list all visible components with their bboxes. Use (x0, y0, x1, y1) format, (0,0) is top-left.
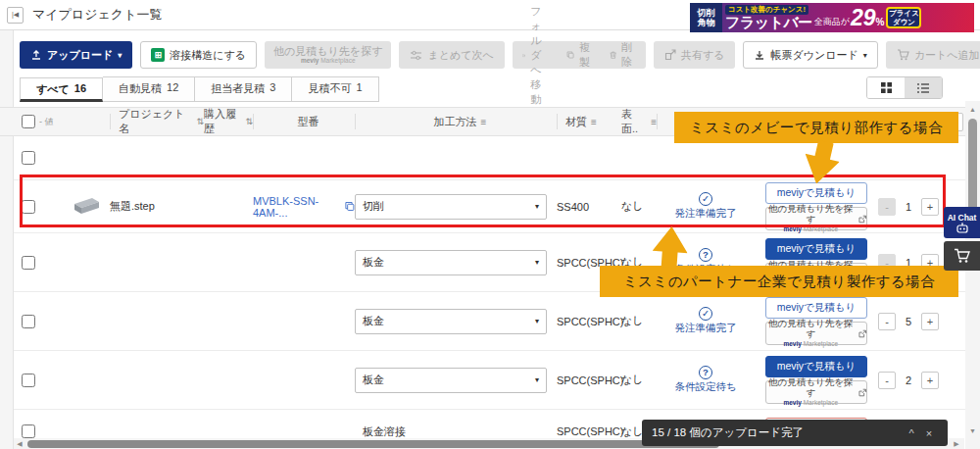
chevron-down-icon: ▾ (535, 202, 539, 211)
duplicate-button[interactable]: 複製 (566, 40, 594, 70)
tab-all[interactable]: すべて 16 (20, 77, 103, 102)
row-checkbox[interactable] (22, 315, 35, 328)
marketplace-brand: meviy Marketplace (783, 340, 838, 347)
horizontal-scroll-thumb[interactable] (27, 440, 719, 448)
sort-icon[interactable]: ⇅ (196, 117, 204, 126)
method-select[interactable]: 板金 ▾ (355, 309, 547, 334)
find-other-quote-row-button[interactable]: 他の見積もり先を探す meviy Marketplace (765, 380, 867, 404)
banner-price-down-badge: プライス ダウン (886, 7, 921, 28)
surface-cell: なし (621, 199, 657, 214)
status-text: 発注準備完了 (675, 207, 737, 221)
table-row: 板金 ▾ SPCC(SPHC) なし ? 条件設定待ち meviyで見積もり 他… (0, 351, 965, 410)
scroll-up-icon[interactable]: ▲ (965, 103, 980, 116)
row-checkbox[interactable] (22, 151, 35, 165)
find-other-quote-row-button[interactable]: 他の見積もり先を探す meviy Marketplace (765, 207, 867, 230)
meviy-quote-button[interactable]: meviyで見積もり (765, 182, 867, 204)
qty-minus-button[interactable]: - (878, 198, 896, 216)
tab-staff-quote-label: 担当者見積 (211, 81, 265, 96)
qty-value[interactable]: 1 (899, 201, 918, 213)
scroll-left-icon[interactable]: ◀ (14, 440, 25, 448)
ai-chat-button[interactable]: AI Chat (944, 207, 980, 238)
vertical-scroll-thumb[interactable] (968, 119, 977, 212)
qty-plus-button[interactable]: + (921, 372, 939, 389)
status-badge: ✓ 発注準備完了 (675, 192, 737, 221)
callout-partner-quote: ミスミのパートナー企業で見積り製作する場合 (600, 266, 958, 297)
tab-auto-quote[interactable]: 自動見積 12 (103, 76, 195, 102)
tabs-bar: すべて 16 自動見積 12 担当者見積 3 見積不可 1 (0, 76, 980, 102)
robot-icon (956, 223, 969, 233)
scroll-down-icon[interactable]: ▼ (965, 424, 980, 437)
batch-next-button[interactable]: まとめて次へ (399, 41, 504, 69)
header-surface[interactable]: 表面.. ≡ (621, 107, 657, 136)
find-other-quote-label: 他の見積もり先を探す (273, 45, 382, 57)
marketplace-brand: meviy Marketplace (783, 399, 838, 406)
qty-value[interactable]: 5 (899, 316, 918, 327)
grid-view-icon (881, 82, 892, 93)
trash-icon (610, 49, 616, 61)
add-to-cart-button[interactable]: カートへ追加 (886, 41, 980, 69)
select-all-checkbox[interactable] (22, 115, 35, 128)
upload-button[interactable]: アップロード ▾ (20, 41, 132, 69)
method-select[interactable]: 板金 ▾ (355, 250, 547, 275)
collapse-panel-icon[interactable]: |◀ (7, 7, 24, 24)
question-circle-icon: ? (699, 248, 712, 262)
row-checkbox[interactable] (22, 256, 35, 270)
grid-view-button[interactable] (867, 77, 905, 98)
row-checkbox[interactable] (22, 374, 35, 387)
meviy-brand-text: meviy (301, 57, 318, 64)
scroll-right-icon[interactable]: ▶ (951, 440, 962, 448)
sort-icon[interactable]: ⇅ (245, 117, 253, 126)
meviy-quote-button[interactable]: meviyで見積もり (765, 297, 867, 319)
cart-side-button[interactable] (944, 241, 980, 271)
meviy-brand-text: meviy (783, 399, 801, 406)
row-checkbox[interactable] (22, 200, 35, 214)
qty-value[interactable]: 2 (899, 374, 918, 386)
share-button[interactable]: 共有する (654, 41, 736, 69)
meviy-brand-text: meviy (783, 225, 801, 232)
tab-staff-quote[interactable]: 担当者見積 3 (195, 76, 292, 102)
toast-close-icon[interactable]: × (920, 427, 938, 439)
meviy-quote-button[interactable]: meviyで見積もり (765, 356, 867, 377)
method-select[interactable]: 板金 ▾ (355, 368, 547, 393)
copy-part-number-icon[interactable] (345, 201, 355, 212)
tab-auto-quote-label: 自動見積 (119, 81, 162, 96)
filter-icon[interactable]: ≡ (481, 117, 487, 127)
qty-plus-button[interactable]: + (921, 313, 939, 330)
find-other-quote-row-button[interactable]: 他の見積もり先を探す meviy Marketplace (765, 322, 867, 345)
row-checkbox[interactable] (22, 424, 35, 438)
header-purchase-history-label: 購入履歴 (204, 107, 241, 136)
header-purchase-history[interactable]: 購入履歴 ⇅ (204, 107, 253, 136)
find-other-quote-button[interactable]: 他の見積もり先を探す meviy Marketplace (265, 41, 391, 69)
part-number-text: MVBLK-SSN-4AM-... (253, 195, 342, 219)
qty-plus-button[interactable]: + (921, 198, 939, 216)
project-name[interactable]: 無題.step (110, 199, 204, 214)
method-text: 板金溶接 (355, 425, 406, 437)
vertical-scrollbar[interactable]: ▲ ▼ (965, 101, 980, 449)
header-material[interactable]: 材質 ≡ (557, 114, 621, 129)
header-project-name[interactable]: プロジェクト名 ⇅ (110, 114, 204, 129)
surface-cell: なし (621, 314, 657, 328)
part-thumbnail[interactable] (71, 195, 102, 217)
batch-next-label: まとめて次へ (427, 48, 493, 63)
report-download-button[interactable]: 帳票ダウンロード ▾ (743, 41, 877, 69)
surface-cell: なし (621, 373, 657, 387)
qty-minus-button[interactable]: - (878, 313, 896, 330)
method-select-value: 板金 (363, 255, 384, 270)
method-select[interactable]: 切削 ▾ (355, 194, 547, 220)
banner-badge-line1: プライス (889, 9, 919, 18)
list-view-button[interactable] (905, 77, 942, 98)
delete-button[interactable]: 削除 (610, 40, 636, 70)
filter-icon[interactable]: ≡ (591, 117, 597, 127)
promo-banner[interactable]: 切削 角物 コスト改善のチャンス! フラットバー 全商品が 29 % プライス … (690, 3, 974, 32)
part-number-link[interactable]: MVBLK-SSN-4AM-... (253, 195, 355, 219)
chevron-down-icon: ▾ (863, 51, 867, 60)
status-text: 発注準備完了 (675, 322, 737, 335)
weld-structure-button[interactable]: ⊞ 溶接構造にする (140, 41, 257, 69)
header-surface-label: 表面.. (621, 107, 647, 136)
qty-minus-button[interactable]: - (878, 372, 896, 389)
toast-collapse-icon[interactable]: ^ (903, 427, 920, 439)
tab-no-quote[interactable]: 見積不可 1 (292, 76, 378, 102)
header-method[interactable]: 加工方法 ≡ (355, 114, 557, 129)
cart-icon (954, 248, 970, 264)
meviy-quote-button[interactable]: meviyで見積もり (765, 238, 867, 260)
